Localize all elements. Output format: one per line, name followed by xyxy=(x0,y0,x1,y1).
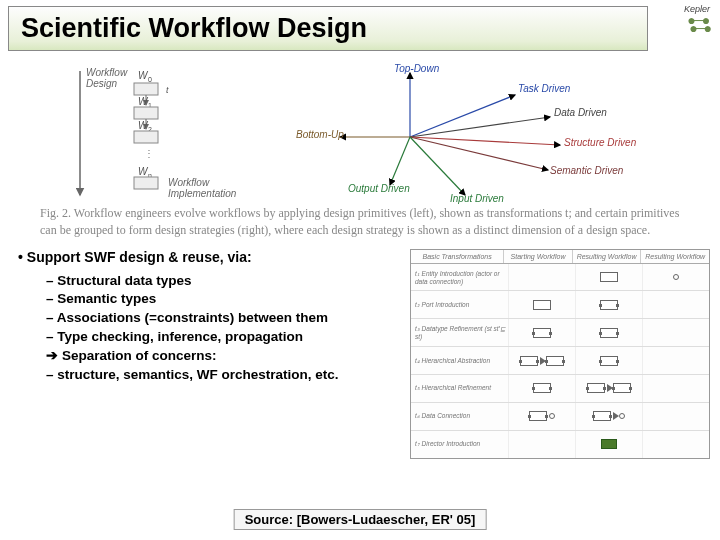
axis-input: Input Driven xyxy=(450,193,504,204)
axis-task: Task Driven xyxy=(518,83,570,94)
box-port-icon xyxy=(587,383,605,393)
figure-2: W0 t W1 W2 ⋮ Wn WorkflowDesign WorkflowI… xyxy=(0,51,720,201)
svg-text:0: 0 xyxy=(148,76,152,83)
title-text: Scientific Workflow Design xyxy=(21,13,367,43)
arrow-icon xyxy=(613,412,619,420)
svg-line-19 xyxy=(410,95,515,137)
row-label: t₃ Datatype Refinement (st st′⊑ st) xyxy=(411,319,509,346)
table-row: t₆ Data Connection xyxy=(411,403,709,431)
svg-text:t: t xyxy=(166,85,169,95)
svg-rect-8 xyxy=(134,107,158,119)
director-icon xyxy=(601,439,617,449)
box-port-icon xyxy=(600,300,618,310)
source-citation: Source: [Bowers-Ludaescher, ER' 05] xyxy=(234,509,487,530)
table-row: t₇ Director Introduction xyxy=(411,431,709,458)
lower-content: Support SWF design & reuse, via: Structu… xyxy=(0,249,720,459)
table-header-row: Basic Transformations Starting Workflow … xyxy=(411,250,709,264)
table-header: Basic Transformations xyxy=(411,250,504,263)
box-port-icon xyxy=(529,411,547,421)
transformations-table: Basic Transformations Starting Workflow … xyxy=(410,249,710,459)
box-port-icon xyxy=(600,356,618,366)
row-label: t₅ Hierarchical Refinement xyxy=(411,375,509,402)
table-header: Starting Workflow xyxy=(504,250,573,263)
svg-rect-3 xyxy=(134,83,158,95)
axis-bottom-up: Bottom-Up xyxy=(296,129,344,140)
svg-line-22 xyxy=(410,137,548,170)
box-port-icon xyxy=(613,383,631,393)
box-port-icon xyxy=(546,356,564,366)
bullet-item: Associations (=constraints) between them xyxy=(46,310,402,327)
row-label: t₆ Data Connection xyxy=(411,403,509,430)
entity-dot-icon xyxy=(549,413,555,419)
bullet-item: Type checking, inference, propagation xyxy=(46,329,402,346)
kepler-logo: Kepler ●─● ●─● xyxy=(684,4,710,32)
logo-nodes-icon: ●─● ●─● xyxy=(687,16,710,32)
table-row: t₂ Port Introduction xyxy=(411,291,709,319)
box-port-icon xyxy=(533,383,551,393)
box-port-icon xyxy=(600,328,618,338)
axis-structure: Structure Driven xyxy=(564,137,636,148)
bullet-item: structure, semantics, WF orchestration, … xyxy=(46,367,402,384)
bullet-item-arrow: Separation of concerns: xyxy=(46,348,402,365)
figure-caption: Fig. 2. Workflow engineers evolve workfl… xyxy=(0,201,720,249)
entity-box-icon xyxy=(600,272,618,282)
table-row: t₁ Entity Introduction (actor or data co… xyxy=(411,264,709,292)
svg-line-20 xyxy=(410,117,550,137)
bullet-item: Structural data types xyxy=(46,273,402,290)
row-label: t₁ Entity Introduction (actor or data co… xyxy=(411,264,509,291)
entity-dot-icon xyxy=(619,413,625,419)
row-label: t₄ Hierarchical Abstraction xyxy=(411,347,509,374)
bullet-main: Support SWF design & reuse, via: xyxy=(18,249,402,265)
table-header: Resulting Workflow xyxy=(573,250,642,263)
bullet-item: Semantic types xyxy=(46,291,402,308)
box-port-icon xyxy=(593,411,611,421)
page-title: Scientific Workflow Design xyxy=(8,6,648,51)
axis-top-down: Top-Down xyxy=(394,63,439,74)
figure-left-workflow-chain: W0 t W1 W2 ⋮ Wn WorkflowDesign WorkflowI… xyxy=(60,65,260,195)
row-label: t₇ Director Introduction xyxy=(411,431,509,458)
workflow-design-label: WorkflowDesign xyxy=(86,67,127,89)
box-icon xyxy=(533,300,551,310)
table-row: t₅ Hierarchical Refinement xyxy=(411,375,709,403)
box-port-icon xyxy=(533,328,551,338)
svg-rect-16 xyxy=(134,177,158,189)
axis-output: Output Driven xyxy=(348,183,410,194)
table-header: Resulting Workflow xyxy=(641,250,709,263)
figure-right-design-space: Top-Down Bottom-Up Task Driven Data Driv… xyxy=(300,65,680,195)
box-port-icon xyxy=(520,356,538,366)
entity-dot-icon xyxy=(673,274,679,280)
svg-text:⋮: ⋮ xyxy=(144,148,154,159)
svg-rect-12 xyxy=(134,131,158,143)
table-row: t₃ Datatype Refinement (st st′⊑ st) xyxy=(411,319,709,347)
svg-line-21 xyxy=(410,137,560,145)
table-row: t₄ Hierarchical Abstraction xyxy=(411,347,709,375)
svg-line-23 xyxy=(390,137,410,185)
row-label: t₂ Port Introduction xyxy=(411,291,509,318)
axis-data: Data Driven xyxy=(554,107,607,118)
bullet-list: Support SWF design & reuse, via: Structu… xyxy=(18,249,402,459)
axis-semantic: Semantic Driven xyxy=(550,165,623,176)
svg-line-24 xyxy=(410,137,465,195)
workflow-impl-label: WorkflowImplementation xyxy=(168,177,236,199)
